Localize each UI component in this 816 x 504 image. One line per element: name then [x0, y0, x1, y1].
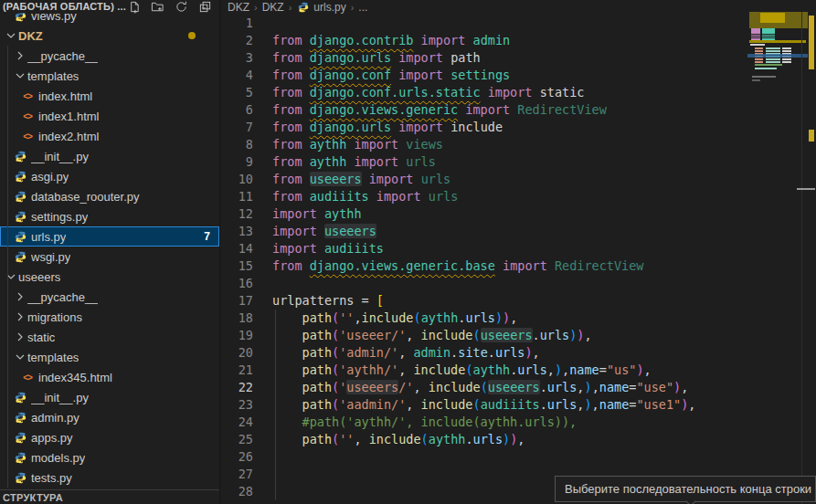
code-line-18[interactable]: 18 path('',include(aythh.urls)),	[220, 310, 816, 327]
tree-item-templates[interactable]: templates	[0, 66, 219, 86]
tree-item-database-roouter-py[interactable]: database_roouter.py	[0, 186, 219, 206]
code-line-24[interactable]: 24 #path('aythh/', include(aythh.urls)),	[220, 414, 816, 431]
tree-item-label: useeers	[18, 270, 60, 284]
tree-item-apps-py[interactable]: apps.py	[0, 427, 219, 447]
minimap[interactable]	[747, 12, 801, 504]
tree-item-templates[interactable]: templates	[0, 347, 219, 367]
tree-item-index-html[interactable]: <>index.html	[0, 86, 219, 106]
breadcrumb-symbol[interactable]: ...	[358, 1, 367, 14]
code-line-25[interactable]: 25 path('', include(aythh.urls)),	[220, 431, 816, 448]
outline-section-header[interactable]: СТРУКТУРА	[0, 489, 219, 504]
code-line-22[interactable]: 22 path('useeers/', include(useeers.urls…	[220, 379, 816, 396]
tree-item-index2-html[interactable]: <>index2.html	[0, 126, 219, 146]
code-line-12[interactable]: 12import aythh	[220, 205, 816, 223]
problems-count-badge: 7	[204, 230, 210, 243]
line-number: 16	[220, 275, 253, 292]
minimap-mark	[747, 54, 808, 58]
code-line-6[interactable]: 6from django.views.generic import Redire…	[220, 101, 816, 119]
tree-item-index345-html[interactable]: <>index345.html	[0, 367, 219, 387]
minimap-mark	[755, 58, 763, 60]
line-content: path('',include(aythh.urls)),	[272, 310, 517, 327]
tree-item--pycache-[interactable]: __pycache__	[0, 46, 219, 66]
code-line-26[interactable]: 26	[220, 448, 816, 466]
code-line-14[interactable]: 14import audiiits	[220, 240, 816, 257]
code-line-23[interactable]: 23 path('aadmin/', include(audiiits.urls…	[220, 396, 816, 414]
tree-item--init-py[interactable]: __init__.py	[0, 387, 219, 407]
code-line-3[interactable]: 3from django.urls import path	[220, 49, 816, 67]
line-content: from django.views.generic.base import Re…	[272, 257, 643, 275]
minimap-mark	[755, 47, 763, 49]
python-file-icon	[298, 2, 309, 13]
file-tree: views.pyDKZ__pycache__templates<>index.h…	[0, 13, 219, 488]
line-content: urlpatterns = [	[272, 292, 384, 310]
minimap-mark	[766, 50, 780, 52]
code-line-19[interactable]: 19 path('useeer/', include(useeers.urls)…	[220, 327, 816, 344]
code-line-8[interactable]: 8from aythh import views	[220, 136, 816, 153]
tree-item-static[interactable]: static	[0, 327, 219, 347]
line-content: path('admin/', admin.site.urls),	[272, 344, 540, 362]
tree-item-dkz[interactable]: DKZ	[0, 26, 219, 46]
refresh-icon[interactable]	[175, 0, 188, 14]
minimap-mark	[755, 50, 763, 52]
minimap-mark	[766, 58, 780, 60]
line-number: 15	[220, 257, 253, 275]
explorer-section-header[interactable]: (РАБОЧАЯ ОБЛАСТЬ) ...	[0, 0, 219, 13]
tree-item-label: __pycache__	[27, 49, 98, 63]
new-file-icon[interactable]	[127, 0, 141, 14]
tree-item-urls-py[interactable]: urls.py7	[0, 226, 219, 247]
tree-item-asgi-py[interactable]: asgi.py	[0, 166, 219, 186]
tree-item-label: settings.py	[31, 210, 88, 224]
tree-indent-guide	[7, 46, 8, 488]
code-line-4[interactable]: 4from django.conf import settings	[220, 67, 816, 84]
tree-item-admin-py[interactable]: admin.py	[0, 407, 219, 427]
line-content: from django.urls import include	[272, 119, 503, 136]
tree-item-wsgi-py[interactable]: wsgi.py	[0, 247, 219, 267]
tree-item--init-py[interactable]: __init__.py	[0, 146, 219, 166]
tree-item-label: admin.py	[31, 411, 79, 425]
scrollbar-overview-ruler[interactable]	[802, 0, 816, 504]
python-file-icon	[13, 231, 27, 243]
code-line-7[interactable]: 7from django.urls import include	[220, 119, 816, 136]
breadcrumb-file[interactable]: urls.py	[313, 1, 345, 14]
tree-item-tests-py[interactable]: tests.py	[0, 467, 219, 488]
code-line-11[interactable]: 11from audiiits import urls	[220, 188, 816, 205]
code-line-2[interactable]: 2from django.contrib import admin	[220, 32, 816, 49]
tree-item-useeers[interactable]: useeers	[0, 267, 219, 287]
html-file-icon: <>	[20, 131, 35, 142]
tree-item-views-py[interactable]: views.py	[0, 13, 219, 26]
line-number: 24	[220, 414, 253, 431]
line-number: 9	[220, 153, 253, 171]
python-file-icon	[13, 151, 27, 163]
line-content: #path('aythh/', include(aythh.urls)),	[272, 414, 577, 431]
breadcrumb-folder[interactable]: DKZ	[262, 1, 284, 14]
code-line-10[interactable]: 10from useeers import urls	[220, 171, 816, 188]
code-line-13[interactable]: 13import useeers	[220, 223, 816, 240]
code-line-16[interactable]: 16	[220, 275, 816, 292]
tree-item-label: wsgi.py	[31, 250, 70, 264]
python-file-icon	[13, 472, 27, 484]
tree-item-settings-py[interactable]: settings.py	[0, 206, 219, 226]
code-line-15[interactable]: 15from django.views.generic.base import …	[220, 257, 816, 275]
code-line-1[interactable]: 1	[220, 15, 816, 32]
tree-item-label: DKZ	[18, 29, 43, 43]
line-number: 21	[220, 362, 253, 379]
line-number: 8	[220, 136, 253, 153]
code-line-9[interactable]: 9from aythh import urls	[220, 153, 816, 171]
collapse-all-icon[interactable]	[198, 0, 212, 14]
python-file-icon	[13, 412, 27, 424]
tree-item-models-py[interactable]: models.py	[0, 447, 219, 467]
minimap-mark	[755, 68, 777, 69]
tree-item-index1-html[interactable]: <>index1.html	[0, 106, 219, 126]
code-line-20[interactable]: 20 path('admin/', admin.site.urls),	[220, 344, 816, 362]
line-content: path('useeer/', include(useeers.urls)),	[272, 327, 592, 344]
tree-item-migrations[interactable]: migrations	[0, 307, 219, 327]
code-line-5[interactable]: 5from django.conf.urls.static import sta…	[220, 84, 816, 101]
code-line-17[interactable]: 17urlpatterns = [	[220, 292, 816, 310]
code-line-21[interactable]: 21 path('aythh/', include(aythh.urls,),n…	[220, 362, 816, 379]
tree-item--pycache-[interactable]: __pycache__	[0, 287, 219, 307]
breadcrumb-folder[interactable]: DKZ	[228, 1, 249, 14]
tree-item-label: index345.html	[38, 371, 112, 384]
new-folder-icon[interactable]	[151, 0, 164, 14]
minimap-mark	[750, 44, 765, 46]
line-number: 13	[220, 223, 253, 240]
